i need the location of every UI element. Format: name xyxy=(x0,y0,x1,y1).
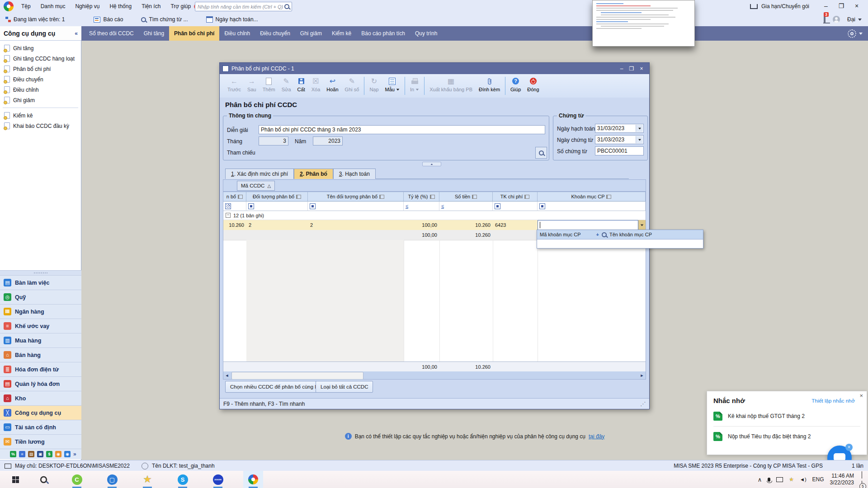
reminder-item[interactable]: % Nộp thuế Tiêu thụ đặc biệt tháng 2 xyxy=(707,427,867,441)
chevron-down-icon[interactable] xyxy=(636,125,643,132)
more-modules-button[interactable]: » xyxy=(73,451,76,457)
filter-cell[interactable] xyxy=(493,202,538,211)
tham-chieu-lookup-button[interactable] xyxy=(535,147,547,159)
tab-phan-bo-chi-phi[interactable]: Phân bổ chi phí xyxy=(169,26,219,41)
reminder-settings-link[interactable]: Thiết lập nhắc nhở xyxy=(811,398,855,404)
posting-date-button[interactable]: Ngày hạch toán... xyxy=(206,16,258,23)
filter-cell[interactable] xyxy=(246,202,308,211)
microphone-icon[interactable] xyxy=(768,478,770,482)
pin-icon[interactable] xyxy=(430,195,435,199)
minimize-icon[interactable]: – xyxy=(818,1,834,11)
select-multiple-ccdc-button[interactable]: Chọn nhiều CCDC để phân bổ cùng lúc... xyxy=(225,381,331,393)
pin-icon[interactable] xyxy=(606,195,611,199)
tab-hach-toan[interactable]: 3. Hạch toán xyxy=(333,169,376,179)
start-button[interactable] xyxy=(5,471,25,488)
tab-phan-bo[interactable]: 2. Phân bổ xyxy=(294,169,333,179)
cell-ty-le[interactable]: 100,00 xyxy=(404,220,439,230)
remove-all-ccdc-button[interactable]: Loại bỏ tất cả CCDC xyxy=(316,381,373,393)
tax-icon[interactable]: % xyxy=(10,451,16,457)
post-button[interactable]: ✎Ghi sổ xyxy=(342,76,363,93)
reload-button[interactable]: ↻Nạp xyxy=(366,76,382,93)
table-row[interactable]: 10.260 2 2 100,00 10.260 6423 xyxy=(223,220,646,230)
search-input[interactable]: Nhập tính năng cần tìm kiếm (Ctrl + Q) xyxy=(195,2,292,11)
dien-giai-input[interactable]: Phân bổ chi phí CCDC tháng 3 năm 2023 xyxy=(259,125,545,134)
budget-icon[interactable]: ▣ xyxy=(37,451,43,457)
avatar[interactable] xyxy=(833,16,840,23)
cell-tk-chi-phi[interactable]: 6423 xyxy=(493,220,538,230)
zoom-app[interactable]: zoom xyxy=(208,471,228,488)
user-menu[interactable]: Đại xyxy=(847,16,862,23)
next-button[interactable]: →Sau xyxy=(244,76,259,93)
filter-cell[interactable]: ≤ xyxy=(404,202,439,211)
cell-so-tien[interactable]: 10.260 xyxy=(439,220,493,230)
tab-bao-cao-phan-tich[interactable]: Báo cáo phân tích xyxy=(356,26,410,41)
popup-col-ma[interactable]: Mã khoản mục CP xyxy=(540,232,580,237)
tab-ghi-tang[interactable]: Ghi tăng xyxy=(139,26,169,41)
tab-dieu-chuyen[interactable]: Điều chuyển xyxy=(255,26,295,41)
action-center-button[interactable]: 5 xyxy=(862,472,863,488)
ngay-chung-tu-input[interactable]: 31/03/2023 xyxy=(595,135,644,144)
tab-ghi-giam[interactable]: Ghi giảm xyxy=(295,26,327,41)
cell-doi-tuong[interactable]: 2 xyxy=(246,220,308,230)
menu-tro-giup[interactable]: Trợ giúp xyxy=(165,0,196,13)
module-ban-hang[interactable]: ⌂Bán hàng xyxy=(0,347,81,362)
column-header-n-bo[interactable]: n bổ xyxy=(223,192,246,202)
scroll-right-arrow[interactable]: ► xyxy=(638,371,646,379)
network-icon[interactable] xyxy=(776,477,783,482)
menu-nghiep-vu[interactable]: Nghiệp vụ xyxy=(70,0,104,13)
coccoc-app[interactable]: C xyxy=(67,471,87,488)
collapse-sidebar-button[interactable]: « xyxy=(75,30,78,37)
horizontal-scrollbar[interactable]: ◄ ► xyxy=(223,371,646,379)
scrollbar-thumb[interactable] xyxy=(231,372,363,380)
scroll-left-arrow[interactable]: ◄ xyxy=(223,371,231,379)
module-mua-hang[interactable]: ▥Mua hàng xyxy=(0,333,81,347)
sidebar-item-dieu-chinh[interactable]: Điều chỉnh xyxy=(0,84,81,95)
module-ngan-hang[interactable]: ⅢNgân hàng xyxy=(0,304,81,319)
module-kho[interactable]: ⌂Kho xyxy=(0,391,81,405)
hidden-icons-button[interactable]: ∧ xyxy=(758,476,762,483)
money-bag-icon[interactable]: $ xyxy=(46,451,52,457)
volume-icon[interactable]: ◄) xyxy=(800,477,807,482)
edit-button[interactable]: ✎Sửa xyxy=(278,76,294,93)
column-header-ty-le[interactable]: Tỷ lệ (%) xyxy=(404,192,439,202)
module-quy[interactable]: ◎Quỹ xyxy=(0,290,81,304)
sidebar-item-ghi-giam[interactable]: Ghi giảm xyxy=(0,95,81,105)
dismiss-chat-icon[interactable]: × xyxy=(845,444,853,451)
dialog-minimize-icon[interactable]: – xyxy=(617,65,627,72)
sidebar-item-dieu-chuyen[interactable]: Điều chuyển xyxy=(0,74,81,84)
dialog-maximize-icon[interactable]: ❐ xyxy=(627,65,637,72)
filter-operator[interactable]: ≤ xyxy=(441,203,444,209)
splitter-handle[interactable] xyxy=(0,270,81,275)
customer-icon[interactable]: ◉ xyxy=(64,451,71,457)
export-button[interactable]: ▦Xuất khẩu bảng PB xyxy=(426,76,476,93)
sidebar-item-kiem-ke[interactable]: Kiểm kê xyxy=(0,110,81,121)
pin-icon[interactable] xyxy=(472,195,477,199)
sidebar-item-ghi-tang[interactable]: Ghi tăng xyxy=(0,43,81,53)
ledger-icon[interactable]: ▤ xyxy=(28,451,34,457)
close-icon[interactable]: × xyxy=(859,392,863,399)
module-ban-lam-viec[interactable]: ▤Bàn làm việc xyxy=(0,275,81,290)
reminder-item[interactable]: % Kê khai nộp thuế GTGT tháng 2 xyxy=(707,404,867,421)
menu-tep[interactable]: Tệp xyxy=(16,0,36,13)
info-link[interactable]: tại đây xyxy=(589,433,604,440)
cell-khoan-muc-editor[interactable] xyxy=(538,220,638,230)
attach-button[interactable]: Đính kèm xyxy=(476,76,503,93)
chevron-down-icon[interactable] xyxy=(636,136,643,143)
module-cong-cu-dung-cu[interactable]: ╳Công cụ dụng cụ xyxy=(0,405,81,420)
report-button[interactable]: Báo cáo xyxy=(94,16,123,23)
employee-icon[interactable]: ◉ xyxy=(55,451,61,457)
column-header-so-tien[interactable]: Số tiền xyxy=(439,192,493,202)
popup-col-ten[interactable]: Tên khoản mục CP xyxy=(609,232,652,237)
star-app[interactable]: ★ xyxy=(137,471,157,488)
menu-tien-ich[interactable]: Tiện ích xyxy=(137,0,165,13)
module-khe-uoc-vay[interactable]: ≡Khế ước vay xyxy=(0,319,81,333)
pin-icon[interactable] xyxy=(238,195,243,199)
module-hoa-don-dien-tu[interactable]: ≣Hóa đơn điện tử xyxy=(0,362,81,376)
ngay-hach-toan-input[interactable]: 31/03/2023 xyxy=(595,124,644,133)
menu-he-thong[interactable]: Hệ thống xyxy=(104,0,137,13)
working-on-button[interactable]: Đang làm việc trên: 1 xyxy=(5,16,65,23)
clock[interactable]: 11:46 AM 3/22/2023 xyxy=(830,473,854,486)
dialog-titlebar[interactable]: Phân bổ chi phí CCDC - 1 – ❐ × xyxy=(220,63,649,74)
so-chung-tu-input[interactable]: PBCC00001 xyxy=(595,146,644,155)
cell-ten-doi-tuong[interactable]: 2 xyxy=(308,220,404,230)
